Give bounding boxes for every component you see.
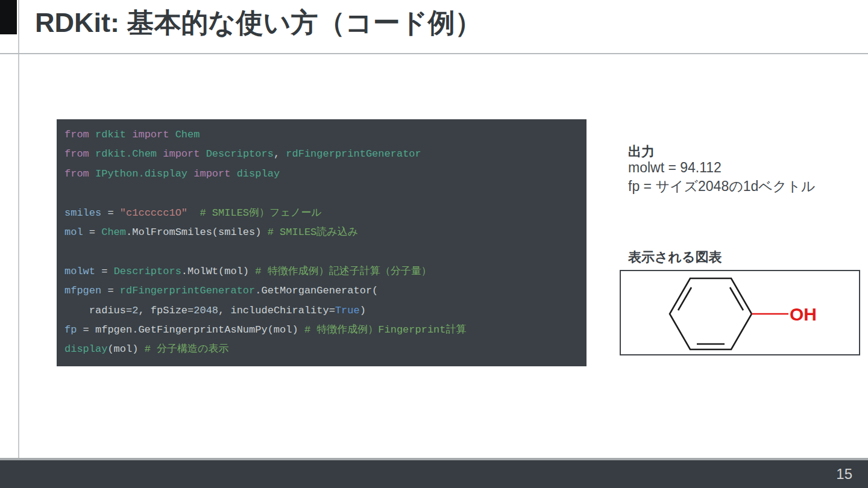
oh-label: OH [790, 304, 817, 324]
code-line: from rdkit import Chem [64, 125, 587, 145]
phenol-structure: OH [621, 271, 859, 354]
code-line: from IPython.display import display [64, 164, 587, 184]
footer-bar: 15 [0, 458, 868, 488]
code-line [64, 184, 587, 203]
molecule-figure: OH [620, 270, 860, 355]
code-block: from rdkit import Chemfrom rdkit.Chem im… [57, 119, 587, 366]
code-line: mfpgen = rdFingerprintGenerator.GetMorga… [64, 281, 587, 301]
figure-heading: 表示される図表 [628, 248, 722, 266]
benzene-ring [670, 278, 752, 349]
code-line: radius=2, fpSize=2048, includeChirality=… [64, 301, 587, 321]
code-line [64, 242, 587, 261]
corner-accent [0, 0, 17, 34]
page-number: 15 [836, 466, 852, 483]
code-line: mol = Chem.MolFromSmiles(smiles) # SMILE… [64, 223, 587, 242]
slide-title: RDKit: 基本的な使い方（コード例） [35, 5, 482, 41]
code-line: smiles = "c1ccccc1O" # SMILES例）フェノール [64, 204, 587, 223]
title-divider-line [0, 53, 868, 54]
output-fp-value: fp = サイズ2048の1dベクトル [628, 177, 815, 196]
code-line: display(mol) # 分子構造の表示 [64, 340, 587, 359]
double-bond-upper-right [730, 287, 743, 310]
code-line: fp = mfpgen.GetFingerprintAsNumPy(mol) #… [64, 321, 587, 340]
output-molwt-value: molwt = 94.112 [628, 160, 722, 176]
code-line: molwt = Descriptors.MolWt(mol) # 特徴作成例）記… [64, 262, 587, 281]
left-edge-guide-line [18, 0, 19, 459]
double-bond-upper-left [678, 287, 691, 310]
output-heading: 出力 [628, 143, 655, 161]
code-line: from rdkit.Chem import Descriptors, rdFi… [64, 145, 587, 164]
